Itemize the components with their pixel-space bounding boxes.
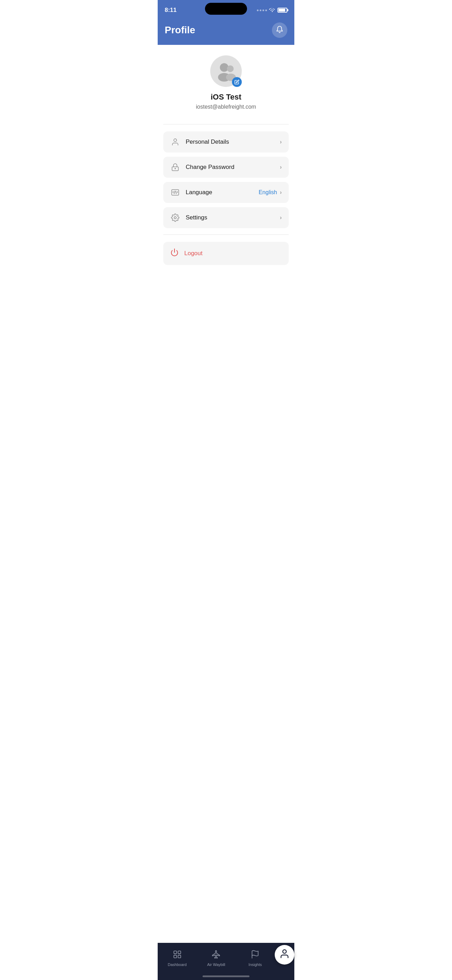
change-password-label: Change Password [186, 164, 234, 171]
notch [205, 3, 247, 15]
chevron-right-icon: › [280, 139, 282, 145]
signal-icon [257, 10, 267, 11]
svg-point-9 [174, 216, 176, 219]
battery-icon [277, 8, 287, 13]
notification-button[interactable] [272, 22, 287, 38]
profile-section: iOS Test iostest@ablefreight.com [158, 45, 294, 117]
header: Profile [158, 19, 294, 45]
chevron-right-icon: › [280, 215, 282, 221]
chevron-right-icon: › [280, 164, 282, 170]
wifi-icon [269, 7, 275, 13]
page-title: Profile [165, 24, 195, 36]
menu-section: Personal Details › Change Password › [158, 124, 294, 232]
language-item[interactable]: Language English › [163, 182, 289, 203]
language-label: Language [186, 189, 212, 196]
status-time: 8:11 [165, 7, 177, 14]
profile-email: iostest@ablefreight.com [196, 104, 256, 110]
profile-name: iOS Test [210, 92, 242, 102]
divider-bottom [163, 234, 289, 235]
logout-button[interactable]: Logout [163, 242, 289, 265]
personal-details-label: Personal Details [186, 138, 229, 145]
settings-item[interactable]: Settings › [163, 207, 289, 228]
avatar-container [210, 56, 242, 87]
logout-section: Logout [158, 238, 294, 272]
settings-icon [170, 213, 180, 222]
language-value: English [259, 189, 277, 196]
power-icon [170, 248, 179, 259]
personal-details-item[interactable]: Personal Details › [163, 131, 289, 153]
language-icon [170, 188, 180, 197]
svg-point-4 [174, 139, 177, 142]
status-icons [257, 7, 287, 13]
chevron-right-icon: › [280, 189, 282, 196]
logout-label: Logout [184, 250, 202, 257]
settings-label: Settings [186, 214, 207, 221]
svg-point-7 [175, 168, 175, 169]
bell-icon [276, 25, 283, 35]
edit-avatar-button[interactable] [232, 77, 242, 87]
lock-icon [170, 163, 180, 172]
status-bar: 8:11 [158, 0, 294, 19]
svg-point-2 [227, 65, 234, 72]
change-password-item[interactable]: Change Password › [163, 157, 289, 178]
person-icon [170, 138, 180, 146]
